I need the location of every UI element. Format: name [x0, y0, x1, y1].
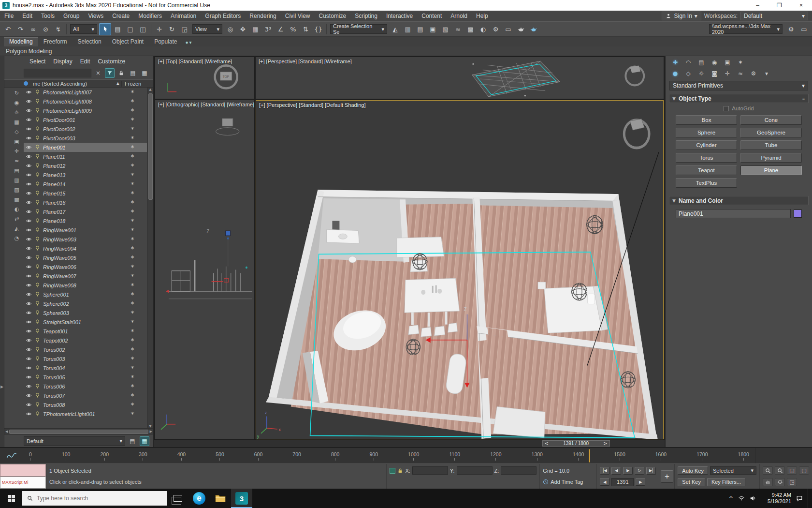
frozen-icon[interactable]: * [118, 209, 147, 214]
light-bulb-icon[interactable] [34, 199, 41, 206]
cameras-category-icon[interactable]: ◙ [710, 69, 719, 78]
isolate-selection-icon[interactable] [390, 468, 395, 474]
menu-item[interactable]: Views [84, 11, 108, 21]
maxscript-listener-line[interactable]: MAXScript Mi [0, 477, 46, 489]
visibility-eye-icon[interactable] [26, 144, 32, 150]
light-bulb-icon[interactable] [34, 383, 41, 389]
bind-to-space-warp-icon[interactable]: ↯ [52, 23, 64, 35]
active-layer-dropdown[interactable]: Default ▾ [24, 436, 125, 446]
ribbon-tab[interactable]: Selection [72, 37, 106, 46]
scene-object-row[interactable]: Teapot001 * [24, 327, 147, 336]
visibility-eye-icon[interactable] [26, 346, 32, 353]
visibility-eye-icon[interactable] [26, 172, 32, 178]
frozen-icon[interactable]: * [118, 274, 147, 279]
visibility-eye-icon[interactable] [26, 135, 32, 141]
frozen-icon[interactable]: * [118, 246, 147, 251]
frozen-icon[interactable]: * [118, 219, 147, 224]
time-slider-handle[interactable]: < 1391 / 1800 > [542, 440, 610, 447]
light-bulb-icon[interactable] [34, 310, 41, 316]
select-and-move-icon[interactable]: ✛ [153, 23, 165, 35]
sort-ascending-icon[interactable]: ▲ [116, 81, 119, 86]
window-crossing-icon[interactable]: ◫ [137, 23, 149, 35]
scene-object-row[interactable]: PhotometricLight007 * [24, 88, 147, 97]
display-materials-icon[interactable]: ◐ [13, 205, 21, 213]
menu-item[interactable]: Scripting [350, 11, 382, 21]
scene-object-row[interactable]: RingWave004 * [24, 244, 147, 253]
scene-object-row[interactable]: Sphere002 * [24, 299, 147, 308]
display-shapes-icon[interactable]: ◇ [13, 128, 21, 136]
scene-object-row[interactable]: Plane015 * [24, 189, 147, 198]
scene-object-row[interactable]: PivotDoor001 * [24, 115, 147, 124]
visibility-eye-icon[interactable] [26, 273, 32, 279]
frozen-icon[interactable]: * [118, 154, 147, 159]
frozen-icon[interactable]: * [118, 127, 147, 132]
primitive-button[interactable]: Pyramid [740, 153, 802, 163]
menu-item[interactable]: Civil View [281, 11, 315, 21]
frozen-icon[interactable]: * [118, 366, 147, 371]
frozen-icon[interactable]: * [118, 357, 147, 361]
set-key-big-button[interactable]: + [659, 464, 675, 489]
scene-object-row[interactable]: Torus003 * [24, 354, 147, 363]
scene-object-row[interactable]: Torus004 * [24, 363, 147, 373]
select-and-link-icon[interactable]: ∞ [27, 23, 39, 35]
scene-object-row[interactable]: PhotometricLight009 * [24, 106, 147, 115]
frozen-icon[interactable]: * [118, 237, 147, 242]
visibility-eye-icon[interactable] [26, 282, 32, 288]
display-xrefs-icon[interactable]: ▥ [13, 176, 21, 184]
file-explorer-button[interactable] [210, 489, 231, 508]
visibility-eye-icon[interactable] [26, 319, 32, 325]
mirror-icon[interactable]: ◭ [389, 23, 401, 35]
edge-taskbar-button[interactable]: e [188, 489, 210, 508]
ribbon-tab[interactable]: Populate [149, 37, 182, 46]
percent-snap-icon[interactable]: % [287, 23, 299, 35]
spinner-snap-icon[interactable]: ⇅ [300, 23, 312, 35]
project-folder-dropdown[interactable]: \\ad.wcpss.ne...\3ds Max 2020▾ [709, 24, 783, 34]
scene-object-row[interactable]: Torus007 * [24, 391, 147, 400]
undo-icon[interactable]: ↶ [2, 23, 14, 35]
go-to-end-icon[interactable]: ▶| [646, 467, 656, 475]
schematic-view-icon[interactable]: ▩ [464, 23, 477, 35]
time-slider[interactable]: < 1391 / 1800 > [154, 439, 665, 447]
menu-item[interactable]: Help [472, 11, 493, 21]
light-bulb-icon[interactable] [34, 190, 41, 196]
next-frame-icon[interactable]: ▷ [635, 467, 644, 475]
scene-object-row[interactable]: RingWave003 * [24, 235, 147, 244]
visibility-eye-icon[interactable] [26, 392, 32, 399]
explorer-settings-icon[interactable]: ◔ [13, 234, 21, 242]
zoom-region-icon[interactable]: ▢ [799, 466, 809, 475]
3dsmax-taskbar-button[interactable]: 3 [231, 489, 252, 508]
frozen-icon[interactable]: * [118, 384, 147, 389]
display-helpers-icon[interactable]: ✛ [13, 147, 21, 155]
scene-object-row[interactable]: Plane018 * [24, 216, 147, 225]
scene-object-row[interactable]: Plane001 * [24, 143, 147, 152]
explorer-menu-item[interactable]: Customize [94, 58, 129, 65]
light-bulb-icon[interactable] [34, 135, 41, 141]
visibility-eye-icon[interactable] [26, 236, 32, 242]
scroll-thumb[interactable] [148, 93, 153, 200]
taskbar-search-input[interactable] [37, 495, 148, 502]
frozen-icon[interactable]: * [118, 311, 147, 315]
frozen-icon[interactable]: * [118, 191, 147, 196]
visibility-eye-icon[interactable] [26, 291, 32, 298]
display-cameras-icon[interactable]: ▣ [13, 137, 21, 146]
visibility-eye-icon[interactable] [26, 153, 32, 160]
task-view-button[interactable] [167, 489, 188, 508]
explorer-menu-item[interactable]: Edit [76, 58, 94, 65]
extras-category-icon[interactable]: ▾ [762, 69, 771, 78]
scroll-thumb[interactable] [9, 430, 148, 434]
spacewarps-category-icon[interactable]: ≈ [736, 69, 745, 78]
frozen-icon[interactable]: * [118, 182, 147, 187]
geometry-category-icon[interactable]: ● [670, 69, 680, 78]
frozen-icon[interactable]: * [118, 228, 147, 233]
light-bulb-icon[interactable] [34, 291, 41, 298]
menu-item[interactable]: Group [59, 11, 84, 21]
zoom-extents-icon[interactable]: ◱ [787, 466, 797, 475]
frozen-icon[interactable]: * [118, 375, 147, 380]
menu-item[interactable]: Customize [315, 11, 351, 21]
primitive-category-dropdown[interactable]: Standard Primitives ▾ [669, 81, 808, 90]
light-bulb-icon[interactable] [34, 273, 41, 279]
autogrid-checkbox[interactable] [724, 106, 729, 111]
z-coordinate-field[interactable] [501, 466, 536, 475]
light-bulb-icon[interactable] [34, 227, 41, 233]
select-and-rotate-icon[interactable]: ↻ [166, 23, 178, 35]
